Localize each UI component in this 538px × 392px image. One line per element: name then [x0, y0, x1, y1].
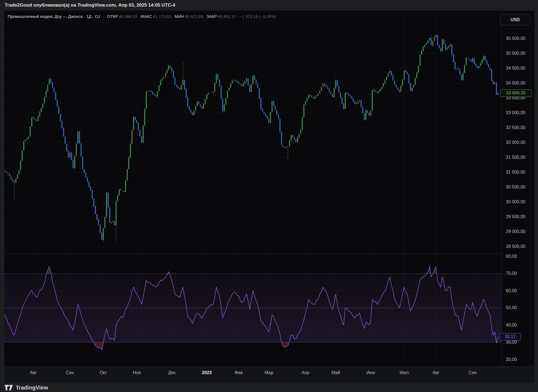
rsi-value-badge: 33,17	[499, 333, 521, 341]
time-axis-label: 2023	[194, 370, 219, 375]
time-axis-label: Сен	[460, 370, 485, 375]
rsi-axis-label: 60,00	[506, 288, 517, 294]
time-axis-label: Фев	[226, 370, 251, 375]
price-axis-label: 30 500,00	[506, 184, 525, 190]
candle-wicks	[5, 34, 498, 242]
low-label: МИН	[175, 14, 184, 19]
price-axis-label: 34 000,00	[506, 80, 525, 86]
time-axis-label: Май	[323, 370, 348, 375]
publish-header: Trade2Good опубликовал(а) на TradingView…	[0, 0, 538, 10]
price-axis-label: 31 000,00	[506, 169, 525, 175]
last-price-badge: 33 666,35	[500, 89, 532, 97]
price-axis-label: 31 500,00	[506, 155, 525, 160]
open-value: 40 986,52	[119, 14, 137, 19]
price-axis-label: 28 500,00	[506, 244, 525, 249]
price-axis-label: 29 500,00	[506, 214, 525, 220]
rsi-line	[5, 267, 498, 350]
time-axis[interactable]: АвгСенОктНояДек2023ФевМарАпрМайИюнИюлАвг…	[4, 366, 534, 383]
open-label: ОТКР	[107, 14, 118, 19]
time-axis-label: Июн	[358, 370, 383, 375]
rsi-axis-label: 80,00	[506, 254, 517, 259]
rsi-axis-label: 70,00	[506, 271, 517, 276]
close-value: 40 852,17	[218, 14, 236, 19]
rsi-overbought-fill	[47, 267, 437, 273]
time-axis-label: Апр	[293, 370, 318, 375]
price-axis-label: 33 000,00	[506, 110, 525, 116]
currency-button[interactable]: USD	[500, 14, 530, 25]
tradingview-icon	[5, 385, 13, 391]
high-value: 41 173,62	[153, 14, 171, 19]
time-axis-label: Июл	[392, 370, 417, 375]
price-axis-label: 30 000,00	[506, 199, 525, 205]
footer-bar: TradingView	[0, 383, 538, 392]
candle-bodies	[4, 35, 498, 240]
time-axis-label: Ноя	[124, 370, 149, 375]
price-axis[interactable]: 35 500,0035 000,0034 500,0034 000,0033 5…	[502, 10, 534, 366]
tradingview-logo[interactable]: TradingView	[5, 385, 48, 391]
publish-header-text: Trade2Good опубликовал(а) на TradingView…	[5, 2, 175, 8]
tradingview-wordmark: TradingView	[16, 385, 48, 391]
chart-legend: Промышленный индекс Доу — Джонса · 1Д · …	[8, 14, 276, 19]
time-axis-label: Сен	[58, 370, 82, 375]
price-axis-label: 32 000,00	[506, 140, 525, 145]
price-axis-label: 35 500,00	[506, 36, 525, 41]
change-value: −1 373,16 (−3,25%)	[240, 14, 276, 19]
time-axis-label: Мар	[257, 370, 281, 375]
time-axis-label: Дек	[159, 370, 184, 375]
symbol-title: Промышленный индекс Доу — Джонса · 1Д · …	[8, 14, 100, 19]
time-axis-label: Авг	[21, 370, 46, 375]
price-axis-label: 32 500,00	[506, 125, 525, 130]
price-axis-label: 34 500,00	[506, 65, 525, 71]
rsi-axis-label: 40,00	[506, 322, 517, 328]
low-value: 40 621,93	[185, 14, 203, 19]
price-axis-label: 29 000,00	[506, 229, 525, 234]
time-axis-label: Авг	[423, 370, 448, 375]
chart-plot-area[interactable]: Промышленный индекс Доу — Джонса · 1Д · …	[4, 10, 502, 366]
chart-canvas[interactable]	[4, 10, 502, 366]
rsi-axis-label: 50,00	[506, 305, 517, 311]
high-label: МАКС	[141, 14, 152, 19]
close-label: ЗАКР	[206, 14, 217, 19]
rsi-oversold-fill	[94, 342, 497, 350]
chart-frame: Промышленный индекс Доу — Джонса · 1Д · …	[4, 10, 534, 383]
time-axis-label: Окт	[91, 370, 116, 375]
rsi-axis-label: 20,00	[506, 357, 517, 362]
price-axis-label: 35 000,00	[506, 51, 525, 56]
